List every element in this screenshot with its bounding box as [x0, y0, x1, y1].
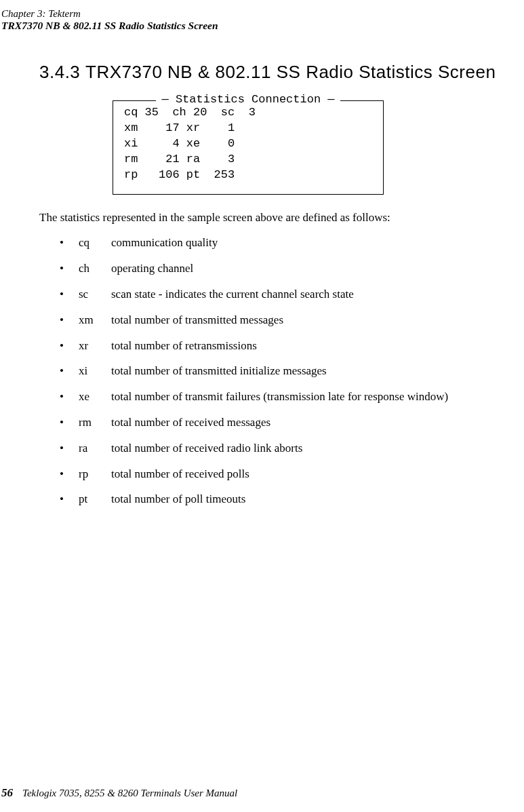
list-item: • ra total number of received radio link… [60, 440, 523, 457]
stats-row: xi 4 xe 0 [124, 136, 372, 152]
def-abbr: xm [79, 312, 111, 328]
list-item: • xr total number of retransmissions [60, 338, 523, 354]
section-number: 3.4.3 [39, 62, 85, 83]
bullet-icon: • [60, 338, 79, 354]
list-item: • ch operating channel [60, 260, 523, 277]
def-desc: total number of received radio link abor… [111, 440, 523, 457]
stats-row: cq 35 ch 20 sc 3 [124, 105, 372, 121]
bullet-icon: • [60, 312, 79, 328]
def-abbr: rp [79, 466, 111, 482]
def-desc: operating channel [111, 260, 523, 277]
bullet-icon: • [60, 414, 79, 431]
page-footer: 56Teklogix 7035, 8255 & 8260 Terminals U… [1, 786, 237, 800]
def-desc: total number of received polls [111, 466, 523, 482]
list-item: • rm total number of received messages [60, 414, 523, 431]
def-desc: total number of transmitted initialize m… [111, 363, 523, 379]
statistics-box: Statistics Connection cq 35 ch 20 sc 3 x… [113, 100, 384, 195]
def-desc: scan state - indicates the current chann… [111, 286, 523, 303]
bullet-icon: • [60, 491, 79, 507]
list-item: • xm total number of transmitted message… [60, 312, 523, 328]
section-heading: 3.4.3TRX7370 NB & 802.11 SS Radio Statis… [39, 62, 523, 83]
section-title: TRX7370 NB & 802.11 SS Radio Statistics … [85, 62, 496, 82]
bullet-icon: • [60, 286, 79, 303]
list-item: • sc scan state - indicates the current … [60, 286, 523, 303]
def-abbr: rm [79, 414, 111, 431]
page-content: 3.4.3TRX7370 NB & 802.11 SS Radio Statis… [0, 35, 524, 507]
page-number: 56 [1, 786, 13, 800]
intro-paragraph: The statistics represented in the sample… [39, 210, 523, 226]
stats-row: rp 106 pt 253 [124, 168, 372, 183]
def-abbr: ch [79, 260, 111, 277]
def-desc: total number of retransmissions [111, 338, 523, 354]
def-abbr: pt [79, 491, 111, 507]
list-item: • xi total number of transmitted initial… [60, 363, 523, 379]
def-desc: total number of transmit failures (trans… [111, 389, 523, 405]
bullet-icon: • [60, 440, 79, 457]
list-item: • cq communication quality [60, 235, 523, 251]
footer-text: Teklogix 7035, 8255 & 8260 Terminals Use… [22, 788, 237, 798]
def-abbr: cq [79, 235, 111, 251]
def-desc: communication quality [111, 235, 523, 251]
bullet-icon: • [60, 235, 79, 251]
def-abbr: ra [79, 440, 111, 457]
def-desc: total number of received messages [111, 414, 523, 431]
list-item: • pt total number of poll timeouts [60, 491, 523, 507]
def-abbr: xe [79, 389, 111, 405]
def-abbr: xr [79, 338, 111, 354]
def-desc: total number of poll timeouts [111, 491, 523, 507]
stats-caption: Statistics Connection [156, 93, 340, 106]
def-abbr: xi [79, 363, 111, 379]
def-abbr: sc [79, 286, 111, 303]
list-item: • xe total number of transmit failures (… [60, 389, 523, 405]
list-item: • rp total number of received polls [60, 466, 523, 482]
def-desc: total number of transmitted messages [111, 312, 523, 328]
bullet-icon: • [60, 389, 79, 405]
stats-row: rm 21 ra 3 [124, 152, 372, 168]
stats-row: xm 17 xr 1 [124, 121, 372, 136]
bullet-icon: • [60, 466, 79, 482]
definitions-list: • cq communication quality • ch operatin… [39, 235, 523, 507]
stats-caption-wrap: Statistics Connection [113, 93, 383, 106]
header-section-title: TRX7370 NB & 802.11 SS Radio Statistics … [0, 20, 524, 35]
bullet-icon: • [60, 363, 79, 379]
bullet-icon: • [60, 260, 79, 277]
header-chapter: Chapter 3: Tekterm [1, 8, 81, 20]
